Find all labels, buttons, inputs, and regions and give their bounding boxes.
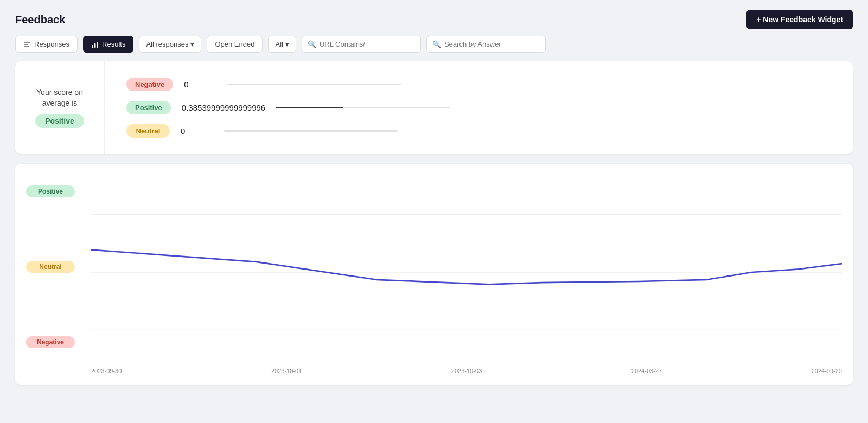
positive-badge: Positive [126,101,171,114]
svg-rect-4 [94,43,96,48]
negative-bar [227,84,401,85]
all-responses-dropdown[interactable]: All responses ▾ [139,36,201,53]
score-right: Negative 0 Positive 0.38539999999999996 … [105,61,853,154]
neutral-score-row: Neutral 0 [126,124,831,138]
responses-icon [23,41,31,48]
negative-value: 0 [184,80,216,89]
chart-section: Positive Neutral Negative 2023-09-30 202… [15,164,853,385]
all-dropdown[interactable]: All ▾ [268,36,296,53]
average-score-badge: Positive [35,114,84,128]
tab-responses[interactable]: Responses [15,36,78,53]
page-title: Feedback [15,14,65,26]
chart-inner: Positive Neutral Negative [26,180,842,364]
open-ended-button[interactable]: Open Ended [207,36,263,53]
score-left: Your score on average is Positive [15,61,105,154]
positive-score-row: Positive 0.38539999999999996 [126,101,831,114]
tab-results[interactable]: Results [83,36,133,53]
toolbar: Responses Results All responses ▾ Open E… [0,36,868,61]
positive-value: 0.38539999999999996 [182,103,265,112]
neutral-bar [224,130,398,132]
score-label: Your score on average is [26,87,93,108]
svg-rect-2 [24,46,29,47]
svg-rect-3 [92,45,93,48]
search-by-answer-input[interactable] [444,40,540,48]
x-label-0: 2023-09-30 [91,368,122,374]
neutral-badge: Neutral [126,124,170,138]
svg-rect-1 [24,44,28,45]
new-widget-button[interactable]: + New Feedback Widget [746,10,853,29]
neutral-value: 0 [181,126,213,136]
svg-rect-0 [24,42,30,43]
negative-badge: Negative [126,78,173,91]
url-contains-input[interactable] [320,40,415,48]
answer-search[interactable]: 🔍 [426,36,546,53]
chart-y-negative: Negative [26,336,75,348]
x-label-3: 2024-03-27 [631,368,662,374]
x-label-4: 2024-09-20 [812,368,842,374]
x-label-1: 2023-10-01 [271,368,302,374]
search-icon: 🔍 [308,40,316,48]
main-content: Your score on average is Positive Negati… [0,61,868,385]
header: Feedback + New Feedback Widget [0,0,868,36]
svg-rect-5 [97,42,98,48]
negative-score-row: Negative 0 [126,78,831,91]
chart-svg [91,180,842,364]
score-section: Your score on average is Positive Negati… [15,61,853,154]
chart-y-neutral: Neutral [26,261,75,273]
chart-x-labels: 2023-09-30 2023-10-01 2023-10-03 2024-03… [26,364,842,374]
chevron-down-icon: ▾ [190,40,194,48]
chevron-down-icon: ▾ [285,40,289,48]
url-contains-search[interactable]: 🔍 [302,36,421,53]
chart-area [91,180,842,364]
chart-y-labels: Positive Neutral Negative [26,180,91,364]
x-label-2: 2023-10-03 [451,368,482,374]
positive-bar [276,107,450,108]
chart-line [91,250,842,285]
results-icon [91,41,99,48]
chart-y-positive: Positive [26,185,75,197]
search-icon: 🔍 [432,40,441,48]
